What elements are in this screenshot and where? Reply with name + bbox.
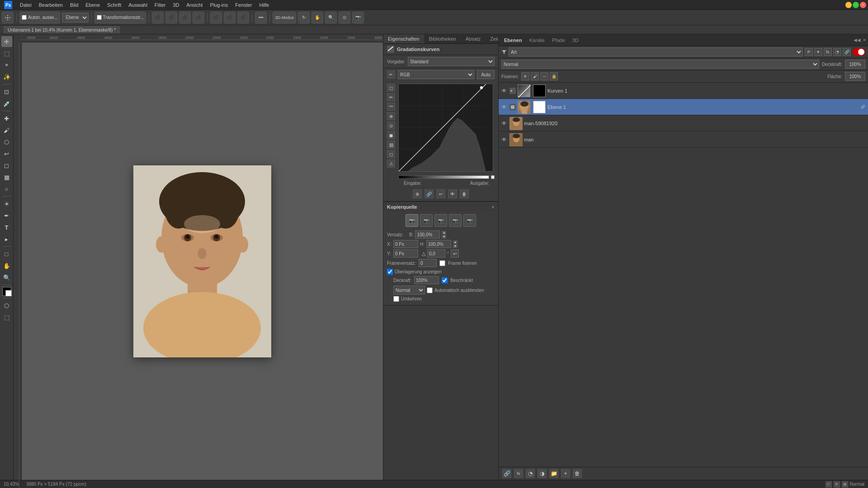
quick-mask-btn[interactable]: ⬡: [1, 300, 12, 311]
pen-tool[interactable]: ✒: [1, 210, 12, 221]
layer-item-ebene1[interactable]: 👁 Ebene 1 🔗: [499, 99, 868, 115]
frame-fixieren-checkbox[interactable]: [439, 260, 445, 266]
brush-tool[interactable]: 🖌: [1, 125, 12, 136]
fix-brush-btn[interactable]: 🖌: [531, 72, 539, 80]
maximize-button[interactable]: □: [853, 2, 859, 8]
hand-tool[interactable]: ✋: [1, 260, 12, 271]
curves-tool-target[interactable]: ⊙: [387, 122, 395, 130]
filter-adj-btn[interactable]: ✦: [814, 48, 822, 56]
tab-ebenen[interactable]: Ebenen: [500, 38, 526, 43]
x-input[interactable]: [393, 240, 418, 248]
curves-tool-smooth[interactable]: 〜: [387, 103, 395, 111]
status-btn-3[interactable]: ▦: [842, 481, 848, 488]
fix-all-btn[interactable]: 🔒: [550, 72, 558, 80]
eyedropper-tool[interactable]: 💉: [1, 98, 12, 109]
add-adj-btn[interactable]: ◑: [538, 469, 547, 478]
curves-tool-point[interactable]: ◻: [387, 84, 395, 92]
transform-checkbox[interactable]: [97, 15, 102, 20]
white-point[interactable]: [491, 175, 495, 179]
status-btn-1[interactable]: ⊡: [826, 481, 832, 488]
layer-item-man1[interactable]: 👁 man-59081920: [499, 115, 868, 131]
curves-tool-black[interactable]: ◼: [387, 131, 395, 139]
align-hc-btn[interactable]: ⬛: [224, 12, 236, 23]
path-select-tool[interactable]: ▸: [1, 234, 12, 244]
menu-ebene[interactable]: Ebene: [82, 1, 104, 9]
align-vt-btn[interactable]: ⬛: [210, 12, 222, 23]
eraser-tool[interactable]: ◻: [1, 160, 12, 171]
filter-toggle[interactable]: [853, 48, 865, 56]
status-btn-2[interactable]: ⊞: [834, 481, 840, 488]
layer-item-kurven[interactable]: 👁 Kurven 1: [499, 83, 868, 99]
align-vb-btn[interactable]: ⬛: [237, 12, 249, 23]
tab-eigenschaften[interactable]: Eigenschaften: [383, 34, 425, 43]
vorgabe-select[interactable]: Standard: [408, 57, 495, 66]
deckraft-input[interactable]: [414, 276, 439, 284]
automatisch-checkbox[interactable]: [427, 287, 433, 293]
menu-3d[interactable]: 3D: [169, 1, 183, 9]
menu-fenster[interactable]: Fenster: [231, 1, 255, 9]
menu-hilfe[interactable]: Hilfe: [255, 1, 273, 9]
magic-wand-tool[interactable]: ✨: [1, 71, 12, 82]
layer-vis-kurven[interactable]: 👁: [500, 87, 508, 94]
tab-3d[interactable]: 3D: [569, 38, 582, 43]
auto-btn[interactable]: Auto: [477, 70, 495, 79]
zoom-btn[interactable]: 🔍: [325, 12, 337, 23]
kq-source-1[interactable]: 📷: [406, 214, 418, 227]
shape-tool[interactable]: □: [1, 249, 12, 259]
beschraenkt-checkbox[interactable]: [442, 277, 448, 283]
move-tool[interactable]: ✛: [1, 36, 12, 47]
opacity-input[interactable]: [845, 60, 865, 69]
auto-select-btn[interactable]: Auton. auswi...: [19, 12, 60, 23]
add-group-btn[interactable]: 📁: [549, 469, 558, 478]
curves-delete-btn[interactable]: 🗑: [460, 189, 469, 198]
zoom-tool-left[interactable]: 🔍: [1, 272, 12, 283]
curves-eye-btn[interactable]: 👁: [448, 189, 457, 198]
h-up[interactable]: ▲: [453, 240, 458, 244]
add-fx-btn[interactable]: fx: [514, 469, 523, 478]
align-top-btn[interactable]: ⬛: [193, 12, 204, 23]
curves-graph[interactable]: [398, 84, 493, 172]
delete-layer-btn[interactable]: 🗑: [573, 469, 582, 478]
tab-bibliotheken[interactable]: Bibliotheken: [425, 34, 461, 43]
menu-auswahl[interactable]: Auswahl: [125, 1, 151, 9]
canvas-area[interactable]: [22, 42, 383, 480]
gradient-tool[interactable]: ▦: [1, 172, 12, 183]
screen-mode-btn[interactable]: ⬚: [1, 312, 12, 323]
b-up[interactable]: ▲: [442, 231, 446, 235]
channel-select[interactable]: RGB: [398, 70, 474, 79]
kopierquelle-collapse[interactable]: ✕: [491, 205, 495, 210]
filter-effect-btn[interactable]: fx: [824, 48, 832, 56]
filter-mask-btn[interactable]: ◔: [833, 48, 841, 56]
menu-datei[interactable]: Datei: [16, 1, 35, 9]
crop-tool[interactable]: ⊡: [1, 86, 12, 97]
curves-tool-gray[interactable]: ▧: [387, 141, 395, 149]
tab-pfade[interactable]: Pfade: [548, 38, 569, 43]
angle-input[interactable]: [427, 249, 445, 258]
dodge-tool[interactable]: ☀: [1, 198, 12, 209]
auto-select-checkbox[interactable]: [22, 15, 27, 20]
blend-mode-select[interactable]: Normal: [501, 60, 819, 69]
document-tab[interactable]: Unbenannt-1 bei 10,4% (Kurven 1, Ebenenm…: [4, 26, 120, 33]
menu-filter[interactable]: Filter: [151, 1, 169, 9]
layer-item-man2[interactable]: 👁 man: [499, 131, 868, 148]
layers-expand-btn[interactable]: ◀◀: [854, 38, 861, 42]
curves-tool-white[interactable]: ◻: [387, 150, 395, 158]
b-input[interactable]: [415, 230, 440, 239]
menu-bild[interactable]: Bild: [66, 1, 82, 9]
3d-mode-btn[interactable]: 3D-Modus: [273, 12, 296, 23]
orbit-btn[interactable]: ⊙: [339, 12, 350, 23]
stamp-tool[interactable]: ⬡: [1, 136, 12, 147]
curves-pencil-btn[interactable]: ✏: [387, 70, 395, 79]
menu-ansicht[interactable]: Ansicht: [183, 1, 206, 9]
transform-btn[interactable]: Transformationsstr...: [94, 12, 146, 23]
history-tool[interactable]: ↩: [1, 148, 12, 159]
curves-reset-btn[interactable]: ↩: [436, 189, 445, 198]
minimize-button[interactable]: ─: [845, 2, 852, 8]
layer-vis-ebene1[interactable]: 👁: [500, 103, 508, 111]
tab-absatz[interactable]: Absatz: [461, 34, 486, 43]
move-tool-btn[interactable]: [2, 12, 14, 23]
cam-btn[interactable]: 📷: [352, 12, 364, 23]
umkehren-checkbox[interactable]: [393, 296, 399, 302]
kq-source-3[interactable]: 📷: [434, 214, 447, 227]
fix-move-btn[interactable]: ↔: [540, 72, 548, 80]
